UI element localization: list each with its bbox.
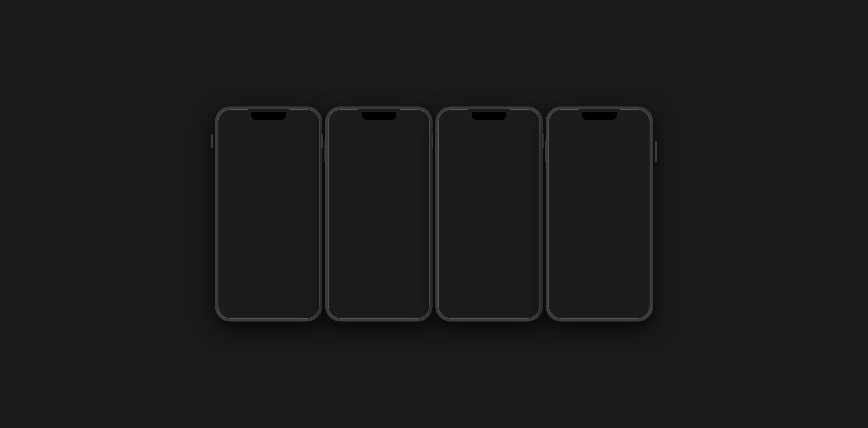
wtw-card-1: THEMORNINGSHOW <box>225 227 253 262</box>
search-icon-1: ⌕ <box>301 298 305 305</box>
add-btn-2[interactable]: + ADD <box>395 112 411 119</box>
nav-library-3[interactable]: ▦ Library <box>472 298 506 309</box>
nav-library-1[interactable]: ▦ Library <box>252 298 286 309</box>
status-icons-4: ▌▌▌ ▲ ▬ <box>630 110 645 114</box>
filter-tvshows[interactable]: 📺 TV SHOWS <box>254 141 288 149</box>
night-text: NIGHT. <box>240 183 265 190</box>
library-label-1: Library <box>264 306 274 309</box>
what-to-watch-title: What to Watch <box>223 217 262 223</box>
page-title-1: Watch Now <box>223 126 271 136</box>
late-text: LATE <box>240 175 265 183</box>
notch-4 <box>582 112 617 120</box>
phones-container: 8:04 Search ▌▌▌ ▲ ▬ Watch Now 🧑 🎬 MOVIES <box>208 100 660 328</box>
home-indicator-2 <box>362 315 396 317</box>
wifi-icon-1: ▲ <box>304 114 308 118</box>
wtw-card-2-person: 👤 <box>254 227 283 262</box>
filter-sports[interactable]: 🏆 SPORT <box>291 141 318 149</box>
confirm-box: Double Click to Confirm <box>605 120 643 165</box>
up-next-content: LATE NIGHT. Emma Thompson <box>223 162 314 207</box>
phone-3-wrapper: 8:05 ▌▌▌ ▲ ▬ 🍎 tv+ Not Now <box>435 106 543 322</box>
chevron-season: › <box>418 276 419 282</box>
product-sub1: APPLE TV <box>572 197 596 200</box>
tv-logo-text: 🍎 tv+ <box>506 197 520 203</box>
time-3: 8:05 <box>445 112 453 116</box>
appletv-logo: 🍎 tv+ <box>444 120 458 126</box>
wifi-3: ▲ <box>525 112 528 116</box>
movies-icon: 🎬 <box>227 143 232 147</box>
home-indicator-4 <box>582 315 617 317</box>
wtw-card-2: 👤 <box>254 227 283 262</box>
price-row-1: 1 YEAR TRIAL FREE <box>580 250 641 255</box>
see-all-btn[interactable]: See All <box>300 218 314 223</box>
promo-title: Your new iPhone includes 1 year of Apple… <box>445 276 533 290</box>
status-icons-3: ▌▌▌ ▲ ▬ <box>516 112 533 116</box>
apple-symbol-4: 🍎 <box>554 181 561 187</box>
cancel-btn[interactable]: Cancel <box>630 181 645 187</box>
morning-show-badge: THEMORNINGSHOW <box>226 254 238 261</box>
nav-watch-now-3[interactable]: ▶ Watch Now <box>438 298 472 309</box>
back-chevron-2: ‹ <box>333 113 335 118</box>
nav-search-3[interactable]: ⌕ Search <box>506 298 540 309</box>
pay-policy-row: POLICY No commitment. Cancel anytime in … <box>553 208 646 234</box>
battery-4: ▬ <box>642 110 645 114</box>
nav-library-2[interactable]: ▦ Library <box>362 298 396 309</box>
back-btn-2[interactable]: ‹ Back <box>333 113 346 118</box>
confirm-text: Double Click to Confirm <box>610 124 639 143</box>
what-to-watch-cards[interactable]: THEMORNINGSHOW 👤 tv+ <box>223 225 314 264</box>
side-card <box>282 162 314 207</box>
appletv-logo-small: tv+ <box>296 243 301 247</box>
more-link[interactable]: more <box>347 248 355 251</box>
up-next-card[interactable]: LATE NIGHT. Emma Thompson <box>223 162 314 207</box>
enjoy-btn[interactable]: Enjoy 1 Year Free <box>333 213 424 229</box>
nav-search-2[interactable]: ⌕ Search <box>396 298 430 309</box>
badge-dolby-atmos: DOLBY ATMOS <box>384 256 408 262</box>
hero-image-2: ‹ Back + ADD ⬆ <box>328 109 430 192</box>
pay-product-row: tv+ APPLE TV+ APPLE TV SUBSCRIPTION <box>553 189 646 208</box>
search-label-1: Search <box>298 306 308 309</box>
policy-text: No commitment. Cancel anytime in Setting… <box>580 211 641 231</box>
back-label-2: Back <box>336 113 346 118</box>
wifi-4: ▲ <box>637 110 641 114</box>
badge-sdh: SDH <box>333 264 344 269</box>
cell-icon-1: ▌▌▌ <box>296 114 303 118</box>
phone-3-screen: 8:05 ▌▌▌ ▲ ▬ 🍎 tv+ Not Now <box>438 109 540 319</box>
product-sub2: SUBSCRIPTION <box>572 200 596 204</box>
library-icon-2: ▦ <box>376 298 382 305</box>
library-label-3: Library <box>484 306 494 309</box>
battery-3: ▬ <box>530 112 533 116</box>
free-tag: 12 months free, then $4.99/month. <box>328 232 430 236</box>
tvshows-icon: 📺 <box>258 143 263 147</box>
price-amount: $4.99/MONTH <box>619 256 641 260</box>
account-label: ACCOUNT <box>557 238 576 242</box>
time-1: 8:04 <box>225 112 235 117</box>
watch-now-label-1: Watch Now <box>227 306 243 309</box>
show3-img <box>442 177 489 224</box>
show-name: Late Night <box>223 209 241 213</box>
watch-now-icon-2: ▶ <box>342 298 347 305</box>
watch-now-header: Watch Now 🧑 <box>218 122 320 139</box>
nav-search-1[interactable]: ⌕ Search <box>286 298 320 309</box>
watch-now-icon-3: ▶ <box>453 298 458 305</box>
nav-watch-now-2[interactable]: ▶ Watch Now <box>328 298 362 309</box>
phone-2-screen: ‹ Back + ADD ⬆ 8:05 ▌▌▌ ▲ ▬ <box>328 109 430 319</box>
continue-label: CONTINUE <box>245 209 264 213</box>
nav-watch-now-1[interactable]: ▶ Watch Now <box>218 298 252 309</box>
side-button-icon: ← <box>591 268 608 285</box>
price-free: FREE <box>632 250 641 255</box>
show-title: THE MORNING SHOW <box>333 196 424 204</box>
price-start-label: STARTING NOV 1, 2020 <box>580 256 618 260</box>
season-btn[interactable]: Season 1 › <box>333 273 424 285</box>
library-label-2: Library <box>374 306 384 309</box>
share-btn-2[interactable]: ⬆ <box>416 112 424 119</box>
battery-icon-1: ▬ <box>309 114 313 118</box>
avatar-1[interactable]: 🧑 <box>302 125 314 137</box>
show4-img <box>442 225 489 272</box>
not-now-btn[interactable]: Not Now <box>515 120 535 126</box>
card-label: Late Night CONTINUE <box>218 207 320 214</box>
hero-person-1 <box>339 130 367 192</box>
filter-movies[interactable]: 🎬 MOVIES <box>223 141 252 149</box>
filter-tabs: 🎬 MOVIES 📺 TV SHOWS 🏆 SPORT <box>218 139 320 151</box>
late-night-sub: Emma Thompson <box>240 192 265 195</box>
phone-4-screen: Double Click to Confirm ‹ Back + ADD ⬆ <box>548 109 650 319</box>
pay-text: Pay <box>562 181 572 187</box>
